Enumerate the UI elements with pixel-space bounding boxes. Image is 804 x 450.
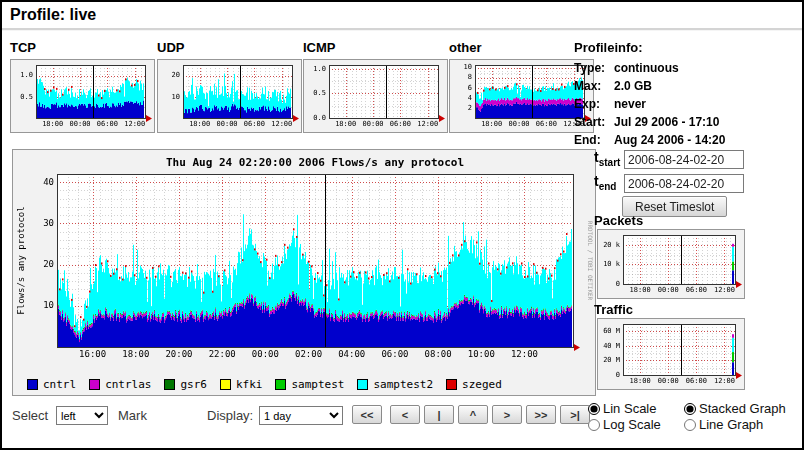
legend-swatch [446, 379, 457, 390]
page-title: Profile: live [10, 6, 96, 24]
profileinfo-row-end: End:Aug 24 2006 - 14:20 [574, 133, 725, 147]
legend-label: kfki [236, 378, 263, 391]
display-dropdown[interactable]: 1 day [259, 406, 343, 425]
other-graph[interactable] [450, 60, 593, 132]
legend-label: cntrl [43, 378, 76, 391]
traffic-heading: Traffic [594, 302, 633, 317]
udp-graph[interactable] [158, 60, 301, 132]
tend-label: tend [594, 173, 616, 192]
mark-select-dropdown[interactable]: left [56, 406, 108, 425]
tcp-graph[interactable] [11, 60, 154, 132]
legend-label: cntrlas [105, 378, 151, 391]
profileinfo-row-max: Max:2.0 GB [574, 79, 725, 93]
legend-swatch [27, 379, 38, 390]
legend-swatch [275, 379, 286, 390]
tcp-graph-label: TCP [10, 40, 36, 55]
profileinfo-row-type: Type:continuous [574, 61, 725, 75]
legend-item: samptest [275, 378, 344, 391]
lin-scale-radio [588, 403, 600, 415]
udp-graph-label: UDP [157, 40, 184, 55]
profileinfo-block: Profileinfo: Type:continuous Max:2.0 GB … [574, 40, 725, 151]
legend-item: cntrlas [89, 378, 151, 391]
graph-options: Lin Scale Stacked Graph Log Scale Line G… [588, 401, 786, 432]
profileinfo-row-start: Start:Jul 29 2006 - 17:10 [574, 115, 725, 129]
nav-up-button[interactable]: ^ [458, 405, 488, 424]
icmp-graph[interactable] [304, 60, 447, 132]
header-separator [2, 28, 802, 31]
icmp-graph-label: ICMP [303, 40, 336, 55]
flows-graph-legend: cntrl cntrlas gsr6 kfki samptest samptes… [27, 378, 502, 391]
tstart-input[interactable] [624, 150, 744, 169]
nav-back-button[interactable]: < [390, 405, 420, 424]
legend-label: samptest2 [373, 378, 433, 391]
nav-fastback-button[interactable]: << [352, 405, 382, 424]
legend-label: samptest [291, 378, 344, 391]
tend-input[interactable] [624, 174, 744, 193]
tcp-graph-panel [10, 59, 155, 133]
legend-swatch [220, 379, 231, 390]
legend-item: kfki [220, 378, 263, 391]
traffic-graph[interactable] [598, 319, 744, 389]
legend-swatch [89, 379, 100, 390]
nav-forward-button[interactable]: > [492, 405, 522, 424]
profileinfo-row-exp: Exp:never [574, 97, 725, 111]
nfsen-profile-page: Profile: live TCP UDP ICMP other Profile… [0, 0, 804, 450]
nav-fastforward-button[interactable]: >> [526, 405, 556, 424]
nav-pipe-button[interactable]: | [424, 405, 454, 424]
icmp-graph-panel [303, 59, 448, 133]
legend-swatch [357, 379, 368, 390]
flows-graph[interactable] [13, 150, 593, 371]
legend-item: samptest2 [357, 378, 433, 391]
display-label: Display: [207, 408, 253, 423]
radio-stacked-graph[interactable]: Stacked Graph [684, 401, 786, 416]
legend-swatch [164, 379, 175, 390]
radio-lin-scale[interactable]: Lin Scale [588, 401, 684, 416]
select-label: Select [12, 408, 48, 423]
legend-item: gsr6 [164, 378, 207, 391]
legend-label: gsr6 [180, 378, 207, 391]
tstart-label: tstart [594, 149, 620, 168]
udp-graph-panel [157, 59, 302, 133]
stacked-graph-radio [684, 403, 696, 415]
packets-graph[interactable] [598, 230, 744, 298]
radio-log-scale[interactable]: Log Scale [588, 417, 684, 432]
packets-graph-panel [597, 229, 745, 299]
legend-item: cntrl [27, 378, 76, 391]
packets-heading: Packets [594, 213, 643, 228]
legend-item: szeged [446, 378, 502, 391]
legend-label: szeged [462, 378, 502, 391]
other-graph-panel [449, 59, 594, 133]
mark-label: Mark [118, 408, 147, 423]
nav-end-button[interactable]: >| [560, 405, 590, 424]
other-graph-label: other [449, 40, 482, 55]
flows-graph-panel: cntrl cntrlas gsr6 kfki samptest samptes… [12, 149, 596, 396]
radio-line-graph[interactable]: Line Graph [684, 417, 786, 432]
line-graph-radio [684, 419, 696, 431]
traffic-graph-panel [597, 318, 745, 390]
log-scale-radio [588, 419, 600, 431]
profileinfo-heading: Profileinfo: [574, 40, 725, 55]
